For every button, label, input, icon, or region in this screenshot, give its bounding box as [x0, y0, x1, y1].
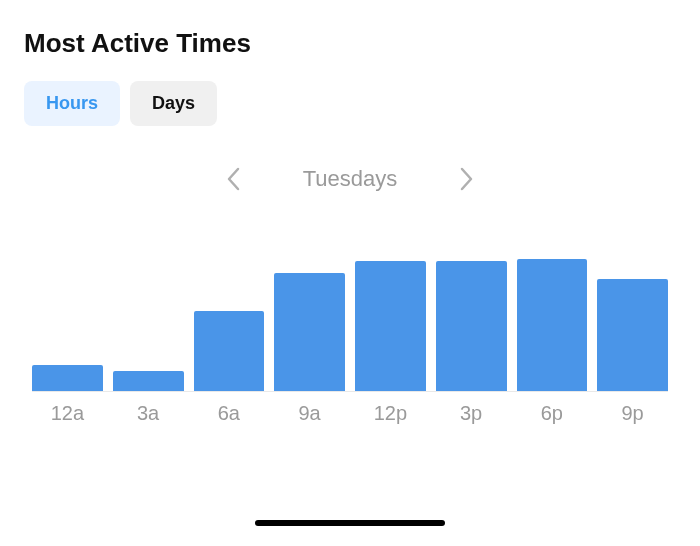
bar[interactable]: [32, 365, 103, 391]
tab-hours[interactable]: Hours: [24, 81, 120, 126]
bars-row: [32, 242, 668, 392]
x-axis-label: 9a: [274, 402, 345, 425]
bar[interactable]: [113, 371, 184, 391]
insights-panel: Most Active Times Hours Days Tuesdays 12…: [0, 0, 700, 425]
page-title: Most Active Times: [24, 28, 676, 59]
chevron-right-icon[interactable]: [460, 167, 474, 191]
home-indicator: [255, 520, 445, 526]
x-axis-label: 12a: [32, 402, 103, 425]
chevron-left-icon[interactable]: [226, 167, 240, 191]
x-axis-label: 12p: [355, 402, 426, 425]
tab-days[interactable]: Days: [130, 81, 217, 126]
x-axis-label: 3p: [436, 402, 507, 425]
bar[interactable]: [274, 273, 345, 391]
x-axis-labels: 12a3a6a9a12p3p6p9p: [32, 402, 668, 425]
bar[interactable]: [355, 261, 426, 391]
tabs: Hours Days: [24, 81, 676, 126]
day-navigator: Tuesdays: [24, 166, 676, 192]
x-axis-label: 6p: [517, 402, 588, 425]
activity-chart: 12a3a6a9a12p3p6p9p: [24, 242, 676, 425]
bar[interactable]: [436, 261, 507, 391]
x-axis-label: 6a: [194, 402, 265, 425]
bar[interactable]: [597, 279, 668, 391]
selected-day-label: Tuesdays: [290, 166, 410, 192]
bar[interactable]: [517, 259, 588, 391]
x-axis-label: 9p: [597, 402, 668, 425]
bar[interactable]: [194, 311, 265, 391]
x-axis-label: 3a: [113, 402, 184, 425]
